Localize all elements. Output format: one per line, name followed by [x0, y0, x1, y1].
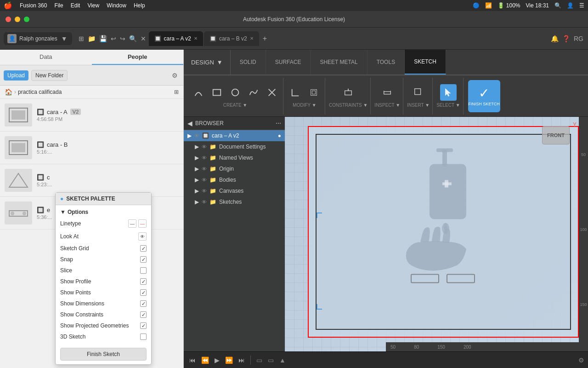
show-profile-checkbox[interactable] — [140, 278, 147, 285]
show-points-row[interactable]: Show Points — [56, 287, 151, 298]
close-button[interactable] — [6, 17, 11, 22]
snap-row[interactable]: Snap — [56, 254, 151, 265]
finish-sketch-button[interactable]: ✓ FINISH SKETCH — [468, 80, 500, 112]
toolbar-close-icon[interactable]: ✕ — [140, 34, 147, 43]
file-item[interactable]: 🔲 cara - A V2 4:56:58 PM — [0, 99, 183, 132]
menu-view[interactable]: View — [87, 2, 99, 9]
menu-fusion360[interactable]: Fusion 360 — [20, 2, 47, 9]
measure-button[interactable] — [379, 84, 396, 101]
tab-sheet-metal[interactable]: SHEET METAL — [311, 50, 367, 75]
tab-solid[interactable]: SOLID — [231, 50, 266, 75]
tab-surface[interactable]: SURFACE — [266, 50, 311, 75]
tab-cara-b[interactable]: 🔲 cara – B v2 ✕ — [204, 31, 259, 46]
show-dimensions-checkbox[interactable] — [140, 300, 147, 307]
linetype-row[interactable]: Linetype — — — [56, 217, 151, 230]
show-constraints-row[interactable]: Show Constraints — [56, 309, 151, 320]
playback-play-button[interactable]: ▶ — [213, 355, 221, 366]
toolbar-help-icon[interactable]: ❓ — [561, 34, 571, 43]
undo-icon[interactable]: ↩ — [110, 34, 117, 43]
file-item[interactable]: 🔲 cara - B 5:16:... — [0, 132, 183, 164]
look-at-icon[interactable]: 👁 — [138, 232, 147, 241]
toolbar-account-icon[interactable]: RG — [573, 34, 584, 43]
tab-tools[interactable]: TOOLS — [368, 50, 405, 75]
maximize-button[interactable] — [24, 17, 29, 22]
view-cube[interactable]: FRONT — [542, 126, 574, 158]
slice-checkbox[interactable] — [140, 267, 147, 274]
tab-cara-b-close[interactable]: ✕ — [250, 36, 254, 41]
user-dropdown-icon[interactable]: ▼ — [60, 34, 68, 43]
settings-icon[interactable]: ⚙ — [170, 70, 180, 81]
linetype-solid-icon[interactable]: — — [128, 219, 136, 228]
slice-row[interactable]: Slice — [56, 265, 151, 276]
design-dropdown[interactable]: DESIGN ▼ — [184, 50, 231, 75]
arc-tool-button[interactable] — [190, 84, 207, 101]
menu-window[interactable]: Window — [107, 2, 126, 9]
playback-start-button[interactable]: ⏮ — [187, 355, 198, 366]
show-dimensions-row[interactable]: Show Dimensions — [56, 298, 151, 309]
finish-sketch-palette-button[interactable]: Finish Sketch — [60, 348, 147, 361]
folder-icon[interactable]: 📁 — [87, 34, 96, 43]
spline-tool-button[interactable] — [245, 84, 262, 101]
tab-people[interactable]: People — [92, 50, 184, 65]
menubar-notifications[interactable]: ☰ — [579, 2, 584, 9]
3d-sketch-row[interactable]: 3D Sketch — [56, 331, 151, 342]
visibility-icon[interactable]: 👁 — [202, 199, 207, 205]
grid-view-icon[interactable]: ⊞ — [78, 34, 85, 43]
browser-item-origin[interactable]: ▶ 👁 📁 Origin — [184, 163, 285, 174]
visibility-icon[interactable]: 👁 — [202, 177, 207, 183]
visibility-icon[interactable]: 👁 — [194, 133, 199, 138]
show-projected-checkbox[interactable] — [140, 322, 147, 329]
show-constraints-checkbox[interactable] — [140, 311, 147, 318]
insert-button[interactable] — [410, 84, 427, 101]
select-button[interactable] — [440, 84, 457, 101]
new-folder-button[interactable]: New Folder — [31, 70, 68, 81]
rectangle-tool-button[interactable] — [209, 84, 225, 101]
visibility-icon[interactable]: 👁 — [202, 166, 207, 172]
toolbar-search-icon[interactable]: 🔍 — [128, 34, 138, 43]
tab-cara-a[interactable]: 🔲 cara – A v2 ✕ — [149, 31, 203, 46]
timeline-mark-icon[interactable]: ▭ — [266, 355, 276, 366]
sketch-grid-row[interactable]: Sketch Grid — [56, 243, 151, 254]
breadcrumb-settings-icon[interactable]: ⊞ — [174, 89, 179, 95]
fillet-tool-button[interactable] — [287, 84, 304, 101]
browser-item-bodies[interactable]: ▶ 👁 📁 Bodies — [184, 174, 285, 185]
menubar-search[interactable]: 🔍 — [554, 2, 561, 9]
playback-end-button[interactable]: ⏭ — [237, 355, 247, 366]
apple-menu[interactable]: 🍎 — [4, 1, 12, 10]
tab-data[interactable]: Data — [0, 50, 92, 65]
3d-sketch-checkbox[interactable] — [140, 334, 147, 340]
menu-edit[interactable]: Edit — [71, 2, 80, 9]
snap-checkbox[interactable] — [140, 256, 147, 263]
visibility-icon[interactable]: 👁 — [202, 155, 207, 161]
browser-item-canvases[interactable]: ▶ 👁 📁 Canvases — [184, 185, 285, 196]
save-icon[interactable]: 💾 — [98, 34, 108, 43]
menu-help[interactable]: Help — [134, 2, 145, 9]
new-tab-button[interactable]: + — [260, 34, 270, 43]
browser-item-sketches[interactable]: ▶ 👁 📁 Sketches — [184, 196, 285, 207]
upload-button[interactable]: Upload — [4, 70, 28, 80]
playback-prev-button[interactable]: ⏪ — [199, 355, 211, 366]
breadcrumb-item[interactable]: practica calificada — [18, 89, 62, 95]
trim-tool-button[interactable] — [264, 84, 280, 101]
viewport[interactable]: ◀ BROWSER ⋯ ▶ 👁 🔲 cara – A v2 ● ▶ — [184, 117, 588, 351]
toolbar-notifications-icon[interactable]: 🔔 — [550, 34, 560, 43]
visibility-icon[interactable]: 👁 — [202, 144, 207, 150]
menu-file[interactable]: File — [54, 2, 63, 9]
playback-settings-icon[interactable]: ⚙ — [578, 356, 584, 364]
playback-next-button[interactable]: ⏩ — [223, 355, 235, 366]
sketch-grid-checkbox[interactable] — [140, 245, 147, 252]
options-header[interactable]: ▼ Options — [56, 207, 151, 217]
browser-item-document-settings[interactable]: ▶ 👁 📁 Document Settings — [184, 141, 285, 152]
show-profile-row[interactable]: Show Profile — [56, 276, 151, 287]
timeline-camera-icon[interactable]: ▲ — [277, 355, 288, 366]
timeline-icon[interactable]: ▭ — [254, 355, 264, 366]
browser-options-icon[interactable]: ⋯ — [276, 120, 281, 126]
browser-item-named-views[interactable]: ▶ 👁 📁 Named Views — [184, 152, 285, 163]
show-projected-row[interactable]: Show Projected Geometries — [56, 320, 151, 331]
circle-tool-button[interactable] — [227, 84, 243, 101]
home-icon[interactable]: 🏠 — [5, 88, 12, 96]
tab-sketch[interactable]: SKETCH — [405, 50, 446, 75]
redo-icon[interactable]: ↪ — [119, 34, 126, 43]
constraint-fix-button[interactable] — [340, 84, 356, 101]
linetype-dashed-icon[interactable]: — — [138, 219, 147, 228]
